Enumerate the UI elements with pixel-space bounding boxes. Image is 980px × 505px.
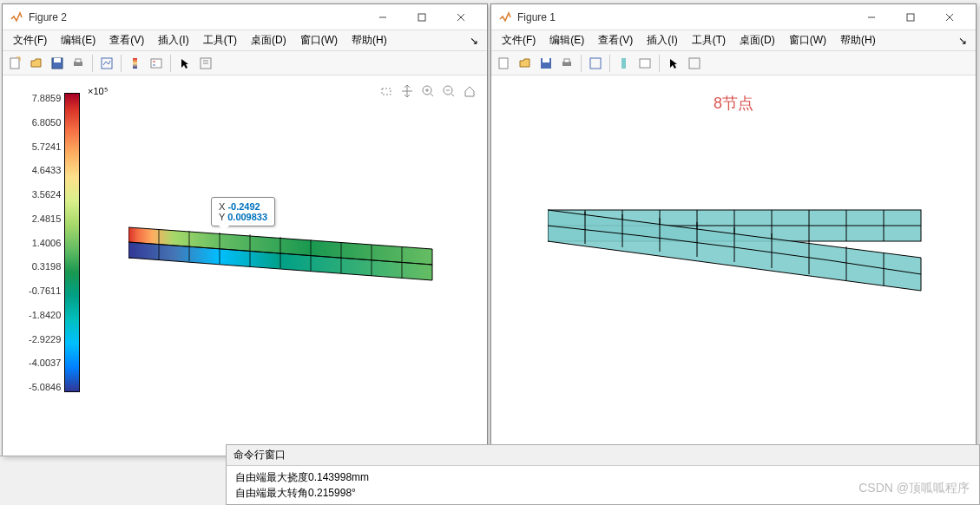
- separator: [170, 55, 171, 72]
- tick-label: -0.7611: [29, 285, 61, 296]
- figure-1-axes[interactable]: 8节点: [491, 75, 976, 456]
- zoom-in-icon[interactable]: [419, 82, 437, 100]
- tick-label: 4.6433: [29, 165, 61, 175]
- edit-plot-icon[interactable]: [196, 54, 215, 73]
- figure-2-window: Figure 2 文件(F) 编辑(E) 查看(V) 插入(I) 工具(T) 桌…: [2, 3, 488, 456]
- pan-icon[interactable]: [398, 82, 416, 100]
- separator: [121, 55, 122, 72]
- menu-edit[interactable]: 编辑(E): [543, 31, 591, 49]
- close-button[interactable]: [930, 5, 969, 30]
- matlab-icon: [498, 10, 512, 24]
- print-icon[interactable]: [69, 54, 88, 73]
- colorbar-gradient: [64, 93, 80, 392]
- close-button[interactable]: [441, 5, 480, 30]
- mesh-deformation-plot: [548, 206, 930, 310]
- figure-2-title: Figure 2: [29, 11, 363, 23]
- separator: [659, 55, 660, 72]
- svg-rect-43: [543, 58, 549, 62]
- minimize-button[interactable]: [852, 5, 891, 30]
- svg-rect-8: [76, 59, 81, 62]
- matlab-icon: [10, 10, 23, 24]
- svg-rect-4: [10, 58, 19, 69]
- minimize-button[interactable]: [363, 5, 402, 30]
- menu-desktop[interactable]: 桌面(D): [733, 31, 782, 49]
- new-figure-icon[interactable]: [495, 54, 514, 73]
- edit-plot-icon[interactable]: [685, 54, 704, 73]
- menu-file[interactable]: 文件(F): [495, 31, 543, 49]
- menu-overflow-icon[interactable]: ↘: [464, 35, 483, 47]
- tick-label: -2.9229: [29, 334, 61, 344]
- link-plot-icon[interactable]: [586, 54, 605, 73]
- pointer-icon[interactable]: [664, 54, 683, 73]
- tick-label: -4.0037: [29, 357, 61, 368]
- window-controls: [363, 5, 480, 30]
- menu-help[interactable]: 帮助(H): [345, 31, 394, 49]
- tick-label: -1.8420: [29, 310, 61, 320]
- save-icon[interactable]: [536, 54, 556, 73]
- brush-icon[interactable]: [378, 82, 395, 100]
- menu-window[interactable]: 窗口(W): [782, 31, 833, 49]
- tick-label: 7.8859: [29, 93, 61, 103]
- link-plot-icon[interactable]: [97, 54, 116, 73]
- tick-label: 3.5624: [29, 189, 61, 200]
- svg-rect-45: [564, 59, 569, 62]
- menu-insert[interactable]: 插入(I): [151, 31, 195, 49]
- menu-window[interactable]: 窗口(W): [293, 31, 345, 49]
- zoom-out-icon[interactable]: [440, 82, 457, 100]
- menu-view[interactable]: 查看(V): [591, 31, 640, 49]
- svg-rect-11: [151, 59, 161, 68]
- datatip-x: X -0.2492: [219, 201, 267, 212]
- svg-rect-48: [640, 59, 650, 68]
- print-icon[interactable]: [557, 54, 576, 73]
- tick-label: 0.3198: [29, 261, 61, 272]
- figure-2-titlebar: Figure 2: [3, 4, 487, 30]
- colorbar-exponent: ×10⁵: [88, 86, 108, 97]
- insert-legend-icon[interactable]: [147, 54, 166, 73]
- home-icon[interactable]: [461, 82, 478, 100]
- figure-1-title: Figure 1: [517, 11, 852, 23]
- separator: [92, 55, 93, 72]
- svg-rect-38: [907, 14, 914, 21]
- menu-view[interactable]: 查看(V): [102, 31, 151, 49]
- command-window-title: 命令行窗口: [227, 445, 979, 466]
- tick-label: 1.4006: [29, 238, 61, 248]
- menu-help[interactable]: 帮助(H): [833, 31, 883, 49]
- svg-rect-17: [382, 89, 391, 95]
- watermark: CSDN @顶呱呱程序: [858, 481, 970, 496]
- save-icon[interactable]: [48, 54, 67, 73]
- svg-rect-41: [499, 58, 508, 69]
- menu-file[interactable]: 文件(F): [6, 31, 54, 49]
- colorbar-ticks: 7.8859 6.8050 5.7241 4.6433 3.5624 2.481…: [29, 93, 64, 392]
- insert-legend-icon[interactable]: [635, 54, 654, 73]
- tick-label: 2.4815: [29, 213, 61, 224]
- figure-2-axes[interactable]: ×10⁵ 7.8859 6.8050 5.7241 4.6433 3.5624 …: [3, 75, 487, 456]
- svg-rect-1: [418, 14, 425, 21]
- svg-line-19: [431, 94, 433, 96]
- new-figure-icon[interactable]: [6, 54, 25, 73]
- open-icon[interactable]: [27, 54, 46, 73]
- menu-desktop[interactable]: 桌面(D): [244, 31, 293, 49]
- tick-label: 5.7241: [29, 141, 61, 152]
- svg-rect-47: [622, 58, 626, 69]
- svg-rect-10: [133, 58, 137, 69]
- separator: [609, 55, 610, 72]
- menu-insert[interactable]: 插入(I): [640, 31, 684, 49]
- svg-rect-9: [102, 58, 112, 69]
- figure-1-titlebar: Figure 1: [491, 4, 976, 30]
- insert-colorbar-icon[interactable]: [126, 54, 145, 73]
- menu-tools[interactable]: 工具(T): [196, 31, 244, 49]
- figure-2-toolbar: [3, 51, 487, 75]
- pointer-icon[interactable]: [175, 54, 194, 73]
- maximize-button[interactable]: [402, 5, 441, 30]
- plot-title: 8节点: [714, 93, 753, 114]
- open-icon[interactable]: [516, 54, 535, 73]
- menu-tools[interactable]: 工具(T): [685, 31, 733, 49]
- maximize-button[interactable]: [891, 5, 930, 30]
- menu-edit[interactable]: 编辑(E): [54, 31, 102, 49]
- insert-colorbar-icon[interactable]: [615, 54, 634, 73]
- data-tip[interactable]: X -0.2492 Y 0.009833: [211, 197, 275, 226]
- colorbar: ×10⁵ 7.8859 6.8050 5.7241 4.6433 3.5624 …: [29, 93, 80, 392]
- menu-overflow-icon[interactable]: ↘: [953, 35, 972, 47]
- svg-line-23: [451, 94, 454, 96]
- svg-rect-49: [689, 58, 700, 69]
